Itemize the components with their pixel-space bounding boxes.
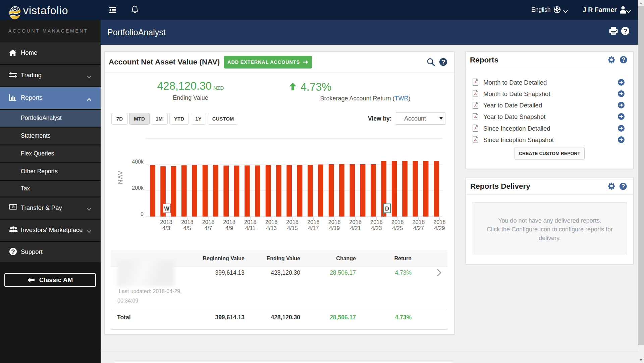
svg-text:2018: 2018 <box>391 219 404 225</box>
svg-text:2018: 2018 <box>265 219 278 225</box>
svg-text:2018: 2018 <box>328 219 341 225</box>
svg-text:4/25: 4/25 <box>392 225 403 231</box>
svg-text:2018: 2018 <box>181 219 194 225</box>
svg-text:4/3: 4/3 <box>162 225 170 231</box>
svg-text:0: 0 <box>141 211 144 217</box>
svg-text:4/19: 4/19 <box>329 225 340 231</box>
svg-text:?: ? <box>621 183 625 190</box>
svg-text:2018: 2018 <box>370 219 383 225</box>
svg-text:2018: 2018 <box>433 219 446 225</box>
svg-text:200k: 200k <box>132 185 144 191</box>
svg-text:?: ? <box>11 248 15 255</box>
svg-text:4/29: 4/29 <box>434 225 445 231</box>
svg-text:2018: 2018 <box>286 219 299 225</box>
svg-text:2018: 2018 <box>160 219 172 225</box>
svg-text:2018: 2018 <box>307 219 320 225</box>
svg-text:4/13: 4/13 <box>266 225 277 231</box>
svg-text:2018: 2018 <box>349 219 362 225</box>
svg-text:2018: 2018 <box>223 219 235 225</box>
svg-text:?: ? <box>623 27 628 35</box>
svg-text:4/23: 4/23 <box>371 225 382 231</box>
svg-text:4/21: 4/21 <box>350 225 361 231</box>
svg-text:$: $ <box>12 206 14 209</box>
svg-text:W: W <box>164 206 169 212</box>
svg-text:4/9: 4/9 <box>225 225 233 231</box>
svg-text:4/15: 4/15 <box>287 225 298 231</box>
svg-text:?: ? <box>622 56 626 63</box>
svg-text:4/5: 4/5 <box>183 225 191 231</box>
svg-text:2018: 2018 <box>412 219 425 225</box>
svg-text:4/11: 4/11 <box>245 225 256 231</box>
svg-text:NAV: NAV <box>117 171 124 184</box>
svg-text:4/27: 4/27 <box>413 225 424 231</box>
svg-text:?: ? <box>441 58 445 66</box>
svg-text:D: D <box>385 206 389 212</box>
svg-text:400k: 400k <box>132 159 144 165</box>
svg-text:4/17: 4/17 <box>308 225 319 231</box>
svg-text:4/7: 4/7 <box>205 225 212 231</box>
svg-text:2018: 2018 <box>244 219 257 225</box>
svg-text:2018: 2018 <box>202 219 215 225</box>
